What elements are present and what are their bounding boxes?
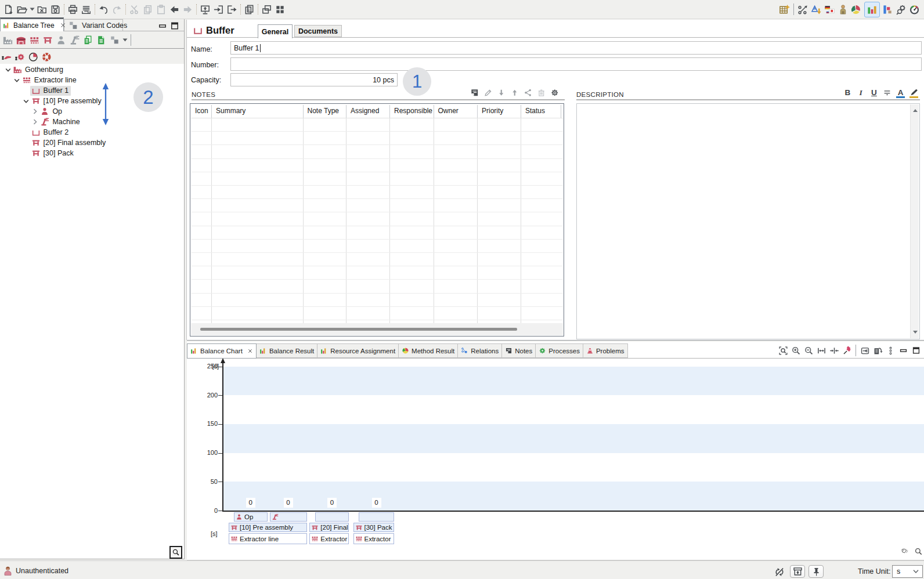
person-3d-button[interactable] — [836, 2, 850, 17]
strikethrough-button[interactable] — [880, 86, 894, 99]
chart-line-box[interactable]: Extractor — [309, 533, 349, 544]
open-folder-button[interactable] — [15, 2, 28, 17]
garage-button[interactable] — [15, 33, 28, 47]
note-button[interactable] — [468, 87, 481, 98]
back-button[interactable] — [168, 2, 181, 17]
tab-processes[interactable]: Processes — [536, 343, 583, 358]
redo-button[interactable] — [110, 2, 124, 17]
cascade-windows-button[interactable] — [260, 2, 273, 17]
settings-button[interactable] — [548, 87, 561, 98]
chart-line-box[interactable]: Extractor — [353, 533, 395, 544]
tree-item-gothenburg[interactable]: Gothenburg — [0, 64, 184, 75]
line-button[interactable] — [28, 33, 41, 47]
duplicate-button[interactable] — [243, 2, 256, 17]
italic-button[interactable]: I — [854, 86, 868, 99]
close-folder-button[interactable] — [35, 2, 49, 17]
new-table-button[interactable] — [778, 2, 791, 17]
block-chart-button[interactable] — [881, 2, 894, 17]
tab-documents[interactable]: Documents — [294, 25, 342, 37]
chevron-down-icon[interactable] — [13, 77, 21, 84]
pen-button[interactable] — [907, 86, 921, 99]
copy-doc-green-button[interactable] — [81, 33, 95, 47]
tree-item-buffer-2[interactable]: Buffer 2 — [0, 127, 184, 137]
close-icon[interactable] — [247, 348, 253, 354]
pin-red-button[interactable] — [840, 344, 853, 357]
notes-column-status[interactable]: Status — [525, 107, 545, 115]
tab-problems[interactable]: Problems — [583, 343, 628, 358]
doc-green-button[interactable] — [95, 33, 108, 47]
grid-blocks-button[interactable] — [273, 2, 287, 17]
print-list-button[interactable] — [80, 2, 93, 17]
description-scrollbar[interactable] — [910, 104, 919, 338]
share-button[interactable] — [521, 87, 535, 98]
scroll-down-icon[interactable] — [913, 331, 918, 334]
tab-variant-codes[interactable]: Variant Codes — [64, 19, 123, 31]
font-color-button[interactable]: A — [894, 86, 907, 99]
tree-item-20-final-assembly[interactable]: [20] Final assembly — [0, 137, 184, 148]
notes-column-priority[interactable]: Priority — [482, 107, 503, 115]
zoom-select-button[interactable] — [777, 344, 789, 357]
tab-general[interactable]: General — [258, 24, 293, 38]
station-button[interactable] — [41, 33, 55, 47]
notes-hscrollbar-thumb[interactable] — [200, 328, 517, 331]
chart-operation-box[interactable] — [359, 512, 394, 522]
notes-column-assigned[interactable]: Assigned — [351, 107, 379, 115]
notes-column-owner[interactable]: Owner — [438, 107, 459, 115]
number-field[interactable] — [230, 57, 922, 71]
notes-column-responsible[interactable]: Responsible — [394, 107, 432, 115]
pin-panel-button[interactable] — [808, 565, 824, 578]
publish-button[interactable] — [198, 2, 212, 17]
chart-process-box[interactable]: [20] Final — [309, 523, 349, 532]
horizontal-splitter[interactable] — [187, 340, 924, 341]
gear-hourglass-button[interactable] — [13, 50, 27, 64]
zoom-in-button[interactable] — [789, 344, 802, 357]
dropdown-caret-button[interactable] — [121, 32, 128, 48]
machine-button[interactable] — [68, 33, 81, 47]
bold-button[interactable]: B — [841, 86, 854, 99]
process-settings-button[interactable] — [894, 2, 908, 17]
underline-button[interactable]: U — [868, 86, 881, 99]
paste-button[interactable] — [154, 2, 168, 17]
tab-balance-tree[interactable]: Balance Tree — [0, 17, 64, 31]
notes-column-note-type[interactable]: Note Type — [308, 107, 339, 115]
arrow-down-button[interactable] — [495, 87, 508, 98]
name-field[interactable]: Buffer 1 — [230, 41, 922, 55]
chart-operation-box[interactable] — [270, 512, 307, 522]
cut-button[interactable] — [128, 2, 141, 17]
chevron-right-icon[interactable] — [31, 108, 39, 115]
close-icon[interactable] — [60, 22, 66, 28]
chevron-down-icon[interactable] — [23, 97, 30, 105]
fit-width-button[interactable] — [815, 344, 828, 357]
new-document-button[interactable] — [2, 2, 15, 17]
print-button[interactable] — [66, 2, 80, 17]
time-button[interactable] — [27, 50, 40, 64]
panel-export-button[interactable] — [858, 344, 871, 357]
tree-item-extractor-line[interactable]: Extractor line — [0, 75, 184, 85]
notes-column-summary[interactable]: Summary — [216, 107, 246, 115]
tab-resource-assignment[interactable]: Resource Assignment — [317, 343, 399, 358]
save-button[interactable] — [49, 2, 62, 17]
aperture-button[interactable] — [40, 50, 53, 64]
gauge-button[interactable] — [908, 2, 921, 17]
person-button[interactable] — [55, 33, 68, 47]
share-scatter-button[interactable] — [796, 2, 810, 17]
variant-blocks-button[interactable] — [108, 33, 121, 47]
tab-relations[interactable]: Relations — [458, 343, 502, 358]
minimize-panel-icon[interactable] — [157, 21, 165, 28]
chart-operation-box[interactable]: Op — [234, 512, 268, 522]
assign-hand-button[interactable] — [0, 50, 13, 64]
tab-method-result[interactable]: Method Result — [399, 343, 458, 358]
capacity-field[interactable]: 10 pcs — [230, 73, 398, 86]
tab-balance-result[interactable]: Balance Result — [257, 343, 317, 358]
arrow-up-button[interactable] — [508, 87, 521, 98]
page-flip-button[interactable] — [871, 344, 884, 357]
tree-item-machine[interactable]: Machine — [0, 117, 184, 127]
scroll-up-icon[interactable] — [913, 109, 918, 112]
factory-button[interactable] — [1, 33, 15, 47]
tags-icon[interactable] — [901, 548, 910, 556]
notes-hscrollbar[interactable] — [191, 323, 563, 335]
tab-balance-chart[interactable]: Balance Chart — [187, 343, 257, 359]
chevron-down-icon[interactable] — [4, 66, 12, 74]
maximize-panel-icon[interactable] — [169, 21, 177, 28]
collapse-horizontal-button[interactable] — [828, 344, 840, 357]
